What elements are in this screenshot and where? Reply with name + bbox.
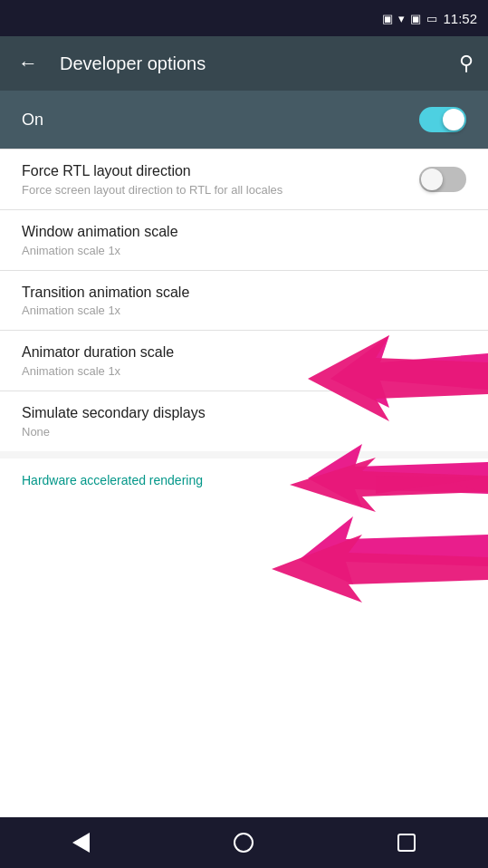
transition-animation-scale-text: Transition animation scale Animation sca…	[22, 284, 466, 318]
page-title: Developer options	[60, 53, 441, 74]
sim-icon: ▣	[410, 12, 421, 25]
force-rtl-setting[interactable]: Force RTL layout direction Force screen …	[0, 149, 488, 210]
simulate-secondary-displays-subtitle: None	[22, 425, 466, 439]
search-button[interactable]: ⚲	[459, 52, 474, 75]
force-rtl-toggle-knob	[421, 169, 443, 190]
animator-duration-scale-text: Animator duration scale Animation scale …	[22, 343, 466, 378]
animator-duration-scale-title: Animator duration scale	[22, 343, 466, 362]
status-bar: ▣ ▾ ▣ ▭ 11:52	[0, 0, 488, 36]
status-icons: ▣ ▾ ▣ ▭ 11:52	[382, 11, 477, 26]
settings-list: Force RTL layout direction Force screen …	[0, 149, 488, 451]
window-animation-scale-setting[interactable]: Window animation scale Animation scale 1…	[0, 210, 488, 271]
force-rtl-text: Force RTL layout direction Force screen …	[22, 162, 419, 197]
window-animation-scale-text: Window animation scale Animation scale 1…	[22, 223, 466, 257]
force-rtl-toggle[interactable]	[419, 167, 466, 192]
back-nav-button[interactable]	[72, 833, 90, 853]
transition-animation-scale-setting[interactable]: Transition animation scale Animation sca…	[0, 271, 488, 332]
svg-marker-7	[272, 535, 488, 603]
transition-animation-scale-subtitle: Animation scale 1x	[22, 304, 466, 317]
section-gap	[0, 451, 488, 458]
on-label: On	[22, 111, 43, 130]
simulate-secondary-displays-title: Simulate secondary displays	[22, 404, 466, 423]
arrow-animator-duration	[299, 516, 488, 584]
home-nav-button[interactable]	[234, 833, 254, 853]
animator-duration-scale-setting[interactable]: Animator duration scale Animation scale …	[0, 331, 488, 391]
force-rtl-title: Force RTL layout direction	[22, 162, 419, 181]
developer-options-toggle[interactable]	[419, 107, 466, 132]
nav-bar	[0, 817, 488, 868]
simulate-secondary-displays-setting[interactable]: Simulate secondary displays None	[0, 391, 488, 451]
toggle-knob	[443, 109, 464, 130]
hardware-accelerated-rendering-header[interactable]: Hardware accelerated rendering	[0, 458, 488, 495]
transition-animation-scale-title: Transition animation scale	[22, 284, 466, 303]
developer-options-toggle-bar: On	[0, 91, 488, 149]
animator-duration-scale-subtitle: Animation scale 1x	[22, 364, 466, 378]
recents-nav-button[interactable]	[397, 834, 416, 852]
simulate-secondary-displays-text: Simulate secondary displays None	[22, 404, 466, 439]
window-animation-scale-title: Window animation scale	[22, 223, 466, 242]
back-button[interactable]: ←	[14, 48, 42, 79]
wifi-icon: ▾	[398, 12, 405, 25]
status-time: 11:52	[443, 11, 477, 26]
svg-marker-3	[299, 516, 488, 584]
top-bar: ← Developer options ⚲	[0, 36, 488, 91]
window-animation-scale-subtitle: Animation scale 1x	[22, 244, 466, 257]
battery-icon: ▭	[426, 12, 437, 25]
vibrate-icon: ▣	[382, 12, 393, 25]
force-rtl-subtitle: Force screen layout direction to RTL for…	[22, 183, 419, 197]
